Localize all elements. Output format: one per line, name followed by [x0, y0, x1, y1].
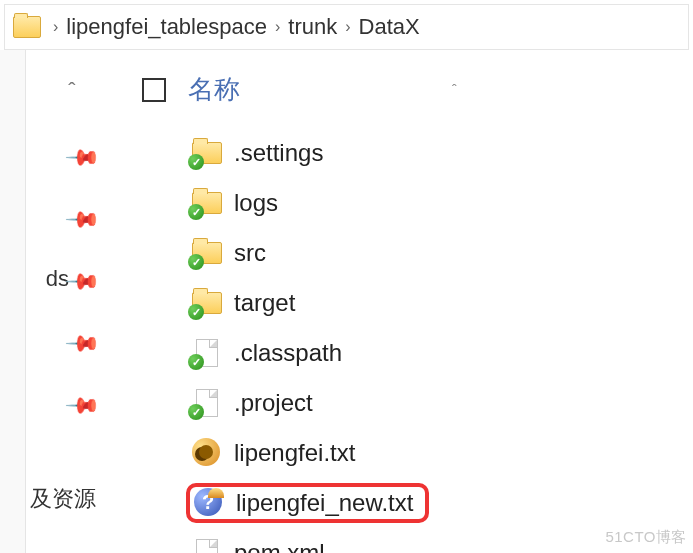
pin-icon: 📌	[64, 263, 101, 300]
folder-icon	[192, 140, 222, 166]
svn-normal-icon	[188, 304, 204, 320]
chevron-up-icon[interactable]: ˆ	[68, 78, 75, 104]
svn-unversioned-icon	[194, 490, 224, 516]
file-name: lipengfei_new.txt	[236, 489, 413, 517]
quick-access-item[interactable]: 及资源	[26, 484, 118, 516]
quick-access-label: 及资源	[30, 484, 96, 514]
list-item[interactable]: .settings	[186, 133, 693, 173]
file-name: pom.xml	[234, 539, 325, 553]
file-name: target	[234, 289, 295, 317]
select-all-checkbox[interactable]	[142, 78, 166, 102]
pin-icon: 📌	[64, 201, 101, 238]
list-item[interactable]: src	[186, 233, 693, 273]
list-item[interactable]: .project	[186, 383, 693, 423]
svn-normal-icon	[188, 404, 204, 420]
list-item-highlighted[interactable]: lipengfei_new.txt	[186, 483, 429, 523]
quick-access-column: ˆ 📌 📌 ds📌 📌 📌 及资源	[26, 50, 118, 553]
quick-access-item[interactable]: ds📌	[26, 266, 118, 298]
column-header-name[interactable]: 名称	[188, 72, 240, 107]
chevron-right-icon: ›	[345, 18, 350, 36]
file-name: .settings	[234, 139, 323, 167]
pin-icon: 📌	[64, 387, 101, 424]
sort-indicator-icon[interactable]: ˆ	[452, 82, 457, 98]
pin-icon: 📌	[64, 325, 101, 362]
file-list: .settings logs src target .classpath .pr	[186, 133, 693, 553]
pin-icon: 📌	[64, 139, 101, 176]
breadcrumb-item[interactable]: trunk	[288, 14, 337, 40]
file-name: logs	[234, 189, 278, 217]
list-item[interactable]: target	[186, 283, 693, 323]
svn-normal-icon	[188, 254, 204, 270]
layout: ˆ 📌 📌 ds📌 📌 📌 及资源 名称 ˆ .settings logs sr	[0, 50, 693, 553]
folder-icon	[13, 16, 41, 38]
file-icon	[192, 390, 222, 416]
file-name: src	[234, 239, 266, 267]
quick-access-item[interactable]: 📌	[26, 328, 118, 360]
file-name: .classpath	[234, 339, 342, 367]
svn-normal-icon	[188, 354, 204, 370]
column-header-row: 名称 ˆ	[142, 72, 693, 107]
breadcrumb[interactable]: › lipengfei_tablespace › trunk › DataX	[4, 4, 689, 50]
chevron-right-icon: ›	[275, 18, 280, 36]
sidebar-scrollbar[interactable]	[0, 50, 26, 553]
svn-normal-icon	[188, 204, 204, 220]
folder-icon	[192, 240, 222, 266]
svn-modified-icon	[192, 440, 222, 466]
file-pane: 名称 ˆ .settings logs src target	[118, 50, 693, 553]
breadcrumb-item[interactable]: lipengfei_tablespace	[66, 14, 267, 40]
watermark: 51CTO博客	[605, 528, 687, 547]
quick-access-item[interactable]: 📌	[26, 142, 118, 174]
file-icon	[192, 340, 222, 366]
list-item[interactable]: logs	[186, 183, 693, 223]
list-item[interactable]: lipengfei.txt	[186, 433, 693, 473]
file-icon	[192, 540, 222, 553]
quick-access-item[interactable]: 📌	[26, 390, 118, 422]
breadcrumb-item[interactable]: DataX	[359, 14, 420, 40]
folder-icon	[192, 290, 222, 316]
quick-access-item[interactable]: 📌	[26, 204, 118, 236]
file-name: .project	[234, 389, 313, 417]
folder-icon	[192, 190, 222, 216]
file-name: lipengfei.txt	[234, 439, 355, 467]
list-item[interactable]: .classpath	[186, 333, 693, 373]
chevron-right-icon: ›	[53, 18, 58, 36]
svn-normal-icon	[188, 154, 204, 170]
